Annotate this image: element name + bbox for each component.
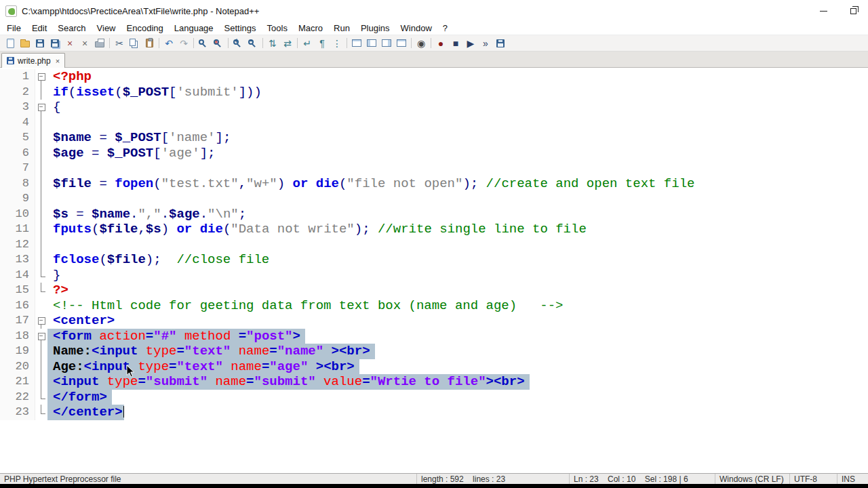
show-all-characters-icon: ¶ (319, 39, 325, 48)
code-line-14[interactable]: 14} (0, 268, 868, 283)
cut-icon[interactable]: ✂ (112, 37, 127, 50)
code-line-9[interactable]: 9 (0, 191, 868, 207)
zoom-out-icon[interactable] (245, 37, 260, 50)
code-line-3[interactable]: 3{ (0, 100, 868, 115)
code-text: if(isset($_POST['submit'])) (47, 85, 262, 100)
save-macro-icon[interactable] (493, 37, 508, 50)
code-text: Age:<input type="text" name="age" ><br> (47, 359, 359, 375)
code-line-11[interactable]: 11fputs($file,$s) or die("Data not write… (0, 222, 868, 237)
menu-item-tools[interactable]: Tools (262, 22, 293, 34)
run-macro-multiple-icon[interactable]: » (478, 37, 493, 50)
menu-item-settings[interactable]: Settings (219, 22, 262, 34)
tab-write-php[interactable]: write.php × (1, 53, 65, 68)
code-line-15[interactable]: 15?> (0, 283, 868, 298)
menu-item-search[interactable]: Search (52, 22, 91, 34)
toolbar-separator (109, 38, 110, 48)
paste-icon[interactable] (142, 37, 157, 50)
close-file-icon[interactable]: × (62, 37, 77, 50)
code-line-16[interactable]: 16<!-- Html code for geeting data from t… (0, 298, 868, 314)
save-icon (36, 39, 44, 47)
show-all-characters-icon[interactable]: ¶ (315, 37, 330, 50)
fold-collapse-icon[interactable] (35, 329, 47, 344)
status-insert-mode[interactable]: INS (837, 474, 868, 484)
find-icon[interactable] (196, 37, 211, 50)
code-text: <center> (47, 313, 115, 329)
word-wrap-icon[interactable]: ↵ (300, 37, 315, 50)
code-text: $file = fopen("test.txt","w+") or die("f… (47, 176, 694, 192)
code-line-10[interactable]: 10$s = $name.",".$age."\n"; (0, 207, 868, 222)
fold-collapse-icon[interactable] (35, 313, 47, 329)
menu-item-help[interactable]: ? (437, 22, 453, 34)
code-line-17[interactable]: 17<center> (0, 313, 868, 329)
menu-item-plugins[interactable]: Plugins (355, 22, 395, 34)
menu-item-macro[interactable]: Macro (293, 22, 328, 34)
play-macro-icon[interactable]: ▶ (463, 37, 478, 50)
toolbar-separator (159, 38, 159, 48)
menu-item-encoding[interactable]: Encoding (121, 22, 169, 34)
save-icon[interactable] (33, 37, 47, 50)
editor[interactable]: 1<?php2if(isset($_POST['submit']))3{45$n… (0, 68, 868, 473)
monitoring-icon[interactable]: ◉ (414, 37, 429, 50)
menu-item-view[interactable]: View (92, 22, 121, 34)
code-line-5[interactable]: 5$name = $_POST['name']; (0, 130, 868, 146)
code-line-7[interactable]: 7 (0, 161, 868, 176)
code-line-12[interactable]: 12 (0, 237, 868, 253)
find-icon (199, 39, 204, 45)
stop-macro-icon[interactable]: ■ (448, 37, 463, 50)
document-list-icon[interactable] (394, 37, 409, 50)
open-file-icon[interactable] (18, 37, 33, 50)
word-wrap-icon: ↵ (303, 39, 311, 48)
status-encoding[interactable]: UTF-8 (789, 474, 837, 484)
code-line-8[interactable]: 8$file = fopen("test.txt","w+") or die("… (0, 176, 868, 192)
zoom-in-icon[interactable] (231, 37, 245, 50)
code-line-18[interactable]: 18<form action="#" method ="post"> (0, 329, 868, 344)
fold-collapse-icon[interactable] (35, 69, 47, 85)
menu-item-file[interactable]: File (1, 22, 26, 34)
code-line-4[interactable]: 4 (0, 115, 868, 131)
close-all-icon[interactable]: × (77, 37, 92, 50)
redo-icon[interactable]: ↷ (176, 37, 191, 50)
code-line-6[interactable]: 6$age = $_POST['age']; (0, 146, 868, 161)
fold-margin (35, 283, 47, 298)
sync-scroll-vertical-icon[interactable]: ⇅ (265, 37, 280, 50)
new-file-icon[interactable] (3, 37, 18, 50)
function-list-icon[interactable] (349, 37, 364, 50)
document-map-icon[interactable] (379, 37, 394, 50)
print-icon[interactable] (92, 37, 107, 50)
code-text: $name = $_POST['name']; (47, 130, 231, 146)
line-number: 12 (0, 237, 35, 253)
fold-margin (35, 115, 47, 131)
document-list-icon (397, 39, 406, 47)
code-line-23[interactable]: 23</center> (0, 405, 868, 420)
code-text (47, 237, 53, 253)
toolbar-separator (297, 38, 298, 48)
record-macro-icon[interactable]: ● (433, 37, 448, 50)
code-line-1[interactable]: 1<?php (0, 69, 868, 85)
replace-icon[interactable] (211, 37, 226, 50)
code-line-19[interactable]: 19Name:<input type="text" name="name" ><… (0, 344, 868, 359)
line-number: 21 (0, 374, 35, 390)
fold-margin (35, 298, 47, 314)
line-number: 20 (0, 359, 35, 375)
code-line-13[interactable]: 13fclose($file); //close file (0, 252, 868, 268)
indent-guide-icon[interactable]: ⋮ (330, 37, 344, 50)
fold-margin (35, 359, 47, 375)
tab-close-icon[interactable]: × (56, 57, 60, 65)
code-text: fputs($file,$s) or die("Data not write")… (47, 222, 587, 237)
menu-item-window[interactable]: Window (395, 22, 437, 34)
code-line-22[interactable]: 22</form> (0, 390, 868, 405)
fold-margin (35, 207, 47, 222)
fold-collapse-icon[interactable] (35, 100, 47, 115)
menu-item-run[interactable]: Run (328, 22, 355, 34)
minimize-button[interactable] (808, 0, 838, 22)
save-all-icon[interactable] (47, 37, 62, 50)
code-line-2[interactable]: 2if(isset($_POST['submit'])) (0, 85, 868, 100)
restore-button[interactable] (838, 0, 868, 22)
folder-as-workspace-icon[interactable] (364, 37, 379, 50)
copy-icon[interactable] (127, 37, 142, 50)
menu-item-language[interactable]: Language (169, 22, 219, 34)
sync-scroll-horizontal-icon[interactable]: ⇄ (280, 37, 295, 50)
menu-item-edit[interactable]: Edit (26, 22, 52, 34)
undo-icon[interactable]: ↶ (161, 37, 176, 50)
status-eol-format[interactable]: Windows (CR LF) (715, 474, 789, 484)
